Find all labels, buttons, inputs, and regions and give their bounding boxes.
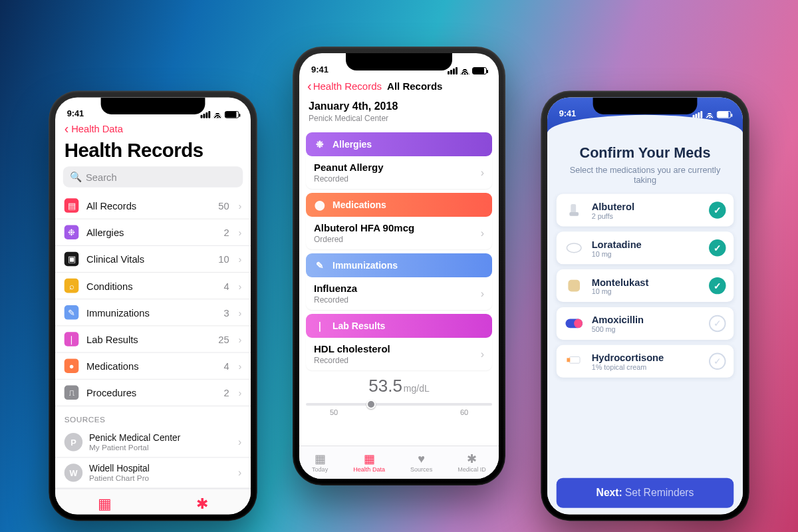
check-on-icon[interactable]: ✓ bbox=[709, 201, 726, 218]
category-label: Clinical Vitals bbox=[86, 253, 211, 265]
med-row[interactable]: Montelukast10 mg✓ bbox=[557, 269, 734, 302]
category-row[interactable]: ▣Clinical Vitals10› bbox=[55, 246, 251, 273]
tab-medical-id[interactable]: ✱Medical ID bbox=[458, 453, 486, 473]
med-name: Loratadine bbox=[592, 239, 642, 250]
category-row[interactable]: ✎Immunizations3› bbox=[55, 299, 251, 326]
category-row[interactable]: ❘Lab Results25› bbox=[55, 326, 251, 352]
tab-label: Sources bbox=[410, 466, 432, 473]
med-name: Montelukast bbox=[592, 276, 649, 287]
back-button[interactable]: ‹ Health Data bbox=[55, 120, 251, 136]
tab-label: Today bbox=[312, 466, 328, 473]
phone-all-records: 9:41 ‹ Health Records All Records Januar… bbox=[293, 47, 505, 485]
phone-confirm-meds: 9:41 Confirm Your Meds Select the medica… bbox=[541, 91, 749, 521]
source-name: Penick Medical Center bbox=[89, 432, 180, 443]
tab-bar: ▦Today▦Health Data♥Sources✱Medical ID bbox=[299, 446, 499, 479]
category-row[interactable]: ●Medications4› bbox=[55, 353, 251, 380]
category-count: 2 bbox=[223, 227, 229, 238]
battery-icon bbox=[225, 111, 239, 118]
vitals-icon: ▣ bbox=[65, 252, 79, 267]
section-header[interactable]: ⬤Medications bbox=[306, 193, 492, 217]
scale-thumb[interactable] bbox=[366, 400, 376, 409]
record-row[interactable]: Albuterol HFA 90mcgOrdered› bbox=[306, 217, 492, 249]
wifi-icon bbox=[213, 111, 222, 118]
chevron-right-icon: › bbox=[481, 288, 484, 300]
status-time: 9:41 bbox=[67, 108, 84, 118]
back-button[interactable]: ‹ Health Records bbox=[307, 78, 382, 94]
med-name: Hydrocortisone bbox=[592, 352, 664, 363]
med-row[interactable]: Albuterol2 puffs✓ bbox=[557, 194, 734, 226]
asterisk-icon[interactable]: ✱ bbox=[196, 495, 208, 512]
med-row[interactable]: Loratadine10 mg✓ bbox=[557, 231, 734, 264]
search-icon: 🔍 bbox=[70, 171, 82, 183]
category-count: 4 bbox=[223, 280, 229, 291]
check-on-icon[interactable]: ✓ bbox=[709, 239, 726, 256]
asterisk-icon: ✱ bbox=[467, 453, 477, 465]
category-row[interactable]: ⎍Procedures2› bbox=[55, 380, 251, 406]
heart-icon: ♥ bbox=[418, 453, 425, 465]
scale-tick-min: 50 bbox=[330, 408, 338, 416]
chevron-right-icon: › bbox=[238, 360, 241, 372]
med-row[interactable]: Amoxicillin500 mg✓ bbox=[557, 307, 734, 340]
back-label: Health Records bbox=[313, 80, 382, 92]
chevron-right-icon: › bbox=[238, 200, 241, 211]
tablet-icon bbox=[565, 239, 582, 256]
tube-icon bbox=[565, 353, 582, 370]
section-header[interactable]: ❉Allergies bbox=[306, 132, 492, 156]
grid-icon[interactable]: ▦ bbox=[98, 495, 112, 512]
source-sub: My Patient Portal bbox=[89, 443, 180, 452]
sources-header: SOURCES bbox=[55, 406, 251, 427]
procedures-icon: ⎍ bbox=[65, 386, 79, 400]
tab-today[interactable]: ▦Today bbox=[312, 453, 328, 473]
category-row[interactable]: ❉Allergies2› bbox=[55, 219, 251, 246]
source-row[interactable]: WWidell HospitalPatient Chart Pro› bbox=[55, 458, 251, 488]
tab-bar: ▦✱ bbox=[55, 488, 251, 514]
lab-value-block: 53.5mg/dL bbox=[299, 372, 499, 396]
category-count: 50 bbox=[218, 200, 229, 211]
record-row[interactable]: InfluenzaRecorded› bbox=[306, 277, 492, 310]
search-input[interactable]: 🔍 Search bbox=[63, 166, 243, 187]
category-count: 2 bbox=[223, 387, 229, 398]
tab-sources[interactable]: ♥Sources bbox=[410, 453, 432, 473]
record-status: Ordered bbox=[314, 235, 414, 244]
page-title: All Records bbox=[387, 80, 442, 92]
med-dose: 10 mg bbox=[592, 249, 642, 257]
record-facility: Penick Medical Center bbox=[309, 114, 489, 123]
source-row[interactable]: PPenick Medical CenterMy Patient Portal› bbox=[55, 427, 251, 458]
source-sub: Patient Chart Pro bbox=[89, 473, 150, 483]
source-avatar: W bbox=[65, 464, 82, 481]
category-label: Allergies bbox=[86, 227, 216, 238]
search-placeholder: Search bbox=[86, 172, 117, 183]
record-status: Recorded bbox=[314, 295, 357, 305]
page-subtitle: Select the medications you are currently… bbox=[568, 165, 722, 184]
next-label: Set Reminders bbox=[625, 487, 694, 499]
med-row[interactable]: Hydrocortisone1% topical cream✓ bbox=[557, 345, 734, 378]
wifi-icon bbox=[705, 111, 714, 118]
med-dose: 1% topical cream bbox=[592, 363, 664, 371]
med-name: Amoxicillin bbox=[592, 314, 644, 325]
category-row[interactable]: ⌕Conditions4› bbox=[55, 273, 251, 299]
check-on-icon[interactable]: ✓ bbox=[709, 277, 726, 294]
lab-scale[interactable]: 50 60 bbox=[306, 399, 492, 416]
record-name: HDL cholesterol bbox=[314, 343, 390, 354]
check-off-icon[interactable]: ✓ bbox=[709, 315, 726, 332]
category-label: Immunizations bbox=[86, 307, 216, 318]
source-name: Widell Hospital bbox=[89, 463, 150, 473]
chevron-right-icon: › bbox=[238, 436, 241, 448]
section-header[interactable]: ✎Immunizations bbox=[306, 253, 492, 277]
source-avatar: P bbox=[65, 433, 82, 451]
status-time: 9:41 bbox=[559, 108, 577, 118]
section-header[interactable]: ❘Lab Results bbox=[306, 314, 492, 338]
next-button[interactable]: Next: Set Reminders bbox=[557, 478, 734, 508]
lab-value: 53.5 bbox=[368, 376, 402, 396]
check-off-icon[interactable]: ✓ bbox=[709, 353, 726, 370]
record-row[interactable]: HDL cholesterolRecorded› bbox=[306, 338, 492, 370]
category-row[interactable]: ▤All Records50› bbox=[55, 192, 251, 219]
med-dose: 2 puffs bbox=[592, 211, 635, 219]
grid-icon: ▦ bbox=[364, 453, 375, 465]
svg-rect-3 bbox=[568, 280, 580, 292]
record-row[interactable]: Peanut AllergyRecorded› bbox=[306, 156, 492, 189]
med-dose: 500 mg bbox=[592, 325, 644, 333]
tab-label: Medical ID bbox=[458, 466, 486, 473]
tab-health-data[interactable]: ▦Health Data bbox=[353, 453, 385, 473]
scale-tick-max: 60 bbox=[460, 408, 468, 416]
